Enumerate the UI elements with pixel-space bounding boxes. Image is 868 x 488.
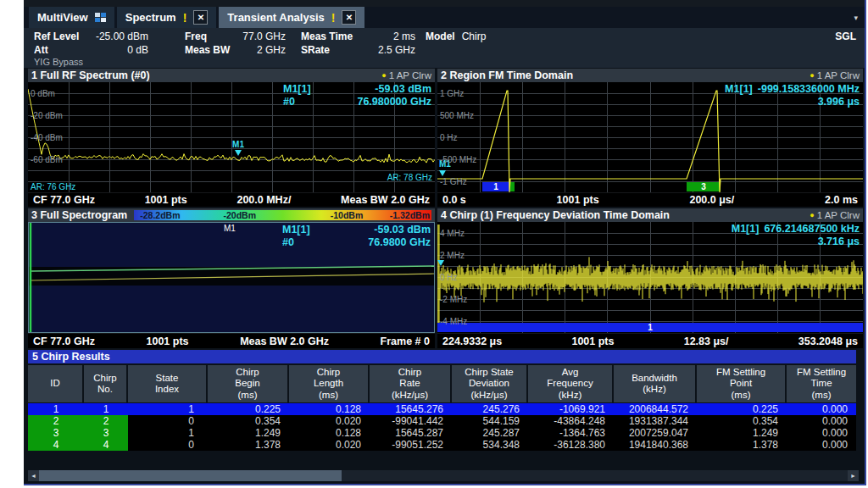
y-axis-label: 0 Hz (440, 133, 458, 142)
table-row[interactable]: 1110.2250.12815645.276245.276-1069.92120… (28, 403, 856, 415)
y-axis-label: -20 dBm (31, 111, 63, 120)
cell: 1 (28, 403, 84, 415)
panel-full-spectrogram[interactable]: 3 Full Spectrogram -28.2dBm-20dBm-10dBm-… (28, 208, 435, 348)
cell: 3 (84, 427, 128, 439)
footer-item: 0.0 s (442, 194, 466, 206)
marker-value: 76.980000 GHz (327, 96, 431, 108)
grid-square (95, 18, 100, 22)
att-label: Att (34, 44, 48, 56)
results-table-header: IDChirpNo.StateIndexChirpBegin(ms)ChirpL… (28, 365, 856, 402)
cell: 1.249 (208, 427, 289, 439)
column-header: StateIndex (128, 365, 206, 402)
horizontal-scrollbar[interactable]: ◄ ► (28, 470, 859, 481)
spectrogram-colorbar: -28.2dBm-20dBm-10dBm-1.32dBm (134, 210, 431, 220)
trace-badge: ● 1 AP Clrw (810, 210, 860, 220)
chirp-results-panel: 5 Chirp Results IDChirpNo.StateIndexChir… (28, 350, 856, 451)
svg-text:M1: M1 (232, 140, 244, 149)
y-axis-label: 500 MHz (440, 111, 474, 120)
colorbar-label: -28.2dBm (140, 210, 180, 220)
multiview-grid-icon (95, 13, 106, 22)
channel-tab-bar: MultiViewSpectrum!✕Transient Analysis!✕▾ (24, 7, 865, 28)
model-value: Chirp (462, 30, 487, 42)
panel-chirp-frequency-deviation[interactable]: 4 Chirp (1) Frequency Deviation Time Dom… (437, 208, 863, 348)
panel1-title: 1 Full RF Spectrum (#0) (31, 69, 150, 81)
footer-item: 1001 pts (571, 336, 614, 347)
table-row[interactable]: 3311.2490.12815645.287245.287-1364.76320… (28, 427, 856, 439)
tab-spectrum[interactable]: Spectrum!✕ (117, 7, 217, 28)
marker-readout-row: M1[1]-59.03 dBm (282, 224, 431, 236)
yig-bypass-label: YIG Bypass (24, 57, 865, 68)
column-header: AvgFrequency(kHz) (528, 365, 612, 402)
marker-readout: M1[1]-999.158336000 MHz3.996 μs (725, 83, 860, 108)
close-icon[interactable]: ✕ (342, 10, 356, 25)
warning-icon: ! (183, 11, 187, 25)
fm-time-domain-graph[interactable]: 13M11 GHz500 MHz0 Hz-500 MHz-1 GHzM1[1]-… (437, 82, 863, 192)
marker-readout-row: M1[1]-999.158336000 MHz (725, 83, 860, 96)
spectrogram-graph[interactable]: M1M1[1]-59.03 dBm#076.9800 GHz (28, 222, 435, 333)
marker-readout-row: #076.980000 GHz (283, 96, 431, 108)
cell: 544.159 (452, 415, 528, 427)
footer-item: Meas BW 2.0 GHz (341, 194, 430, 206)
footer-item: 1001 pts (147, 336, 189, 347)
frequency-deviation-graph[interactable]: 14 MHz2 MHz0 Hz-2 MHz-4 MHzM1[1]676.2146… (437, 222, 863, 333)
scroll-right-arrow-icon[interactable]: ► (848, 470, 859, 481)
tab-multiview[interactable]: MultiView (29, 7, 114, 28)
cell: 0.354 (697, 415, 787, 427)
cell: 0.225 (697, 403, 787, 415)
table-row[interactable]: 4401.3780.020-99051.252534.348-36128.380… (28, 439, 856, 451)
cell: 0.020 (289, 439, 370, 451)
tab-transient-analysis[interactable]: Transient Analysis!✕ (219, 7, 364, 28)
panel4-footer: 224.9332 μs1001 pts12.83 μs/353.2048 μs (437, 333, 863, 348)
marker-value: 76.9800 GHz (326, 236, 431, 249)
analysis-region-left-label: AR: 76 GHz (31, 182, 75, 191)
column-header: FM SettlingPoint(ms) (697, 365, 785, 402)
tab-dropdown-icon[interactable]: ▾ (854, 14, 858, 22)
page: MultiViewSpectrum!✕Transient Analysis!✕▾… (0, 0, 868, 488)
marker-readout-row: M1[1]676.214687500 kHz (732, 223, 860, 236)
marker-value: 676.214687500 kHz (764, 223, 860, 236)
tab-label: Spectrum (125, 11, 176, 24)
cell: 15645.276 (370, 403, 452, 415)
y-axis-label: -4 MHz (440, 317, 467, 326)
trace-badge: ● 1 AP Clrw (381, 70, 431, 80)
cell: 0.020 (289, 415, 370, 427)
settings-row-1: Ref Level-25.00 dBmFreq77.0 GHzMeas Time… (24, 30, 865, 43)
panel-region-fm-time-domain[interactable]: 2 Region FM Time Domain ● 1 AP Clrw 13M1… (437, 69, 863, 207)
meas-time-label: Meas Time (301, 30, 353, 42)
footer-item: 1001 pts (557, 194, 599, 206)
y-axis-label: -500 MHz (440, 155, 476, 164)
att-value: 0 dB (48, 44, 148, 56)
table-row[interactable]: 2200.3540.020-99041.442544.159-43864.248… (28, 415, 856, 427)
cell: -1069.921 (528, 403, 614, 415)
colorbar-label: -1.32dBm (390, 210, 430, 220)
panel3-title: 3 Full Spectrogram (31, 209, 127, 221)
cell: 15645.287 (370, 427, 452, 439)
cell: 1.378 (697, 439, 787, 451)
column-header: ChirpNo. (84, 365, 126, 402)
settings-row-2: Att0 dBMeas BW2 GHzSRate2.5 GHz (24, 43, 865, 57)
cell: -1364.763 (528, 427, 614, 439)
y-axis-label: 0 dBm (31, 89, 55, 98)
meas-bw-label: Meas BW (185, 44, 230, 56)
marker-value: 3.716 μs (818, 236, 860, 248)
cell: -99041.442 (370, 415, 452, 427)
scroll-left-arrow-icon[interactable]: ◄ (28, 470, 39, 481)
y-axis-label: 2 MHz (440, 251, 465, 260)
footer-item: 2.0 ms (825, 194, 858, 206)
marker-readout-row: 3.996 μs (725, 96, 860, 108)
close-icon[interactable]: ✕ (193, 10, 208, 25)
marker-readout: M1[1]-59.03 dBm#076.980000 GHz (283, 83, 431, 108)
trace-dot-icon: ● (810, 71, 814, 80)
column-header: ID (28, 365, 82, 402)
setting-freq: Freq77.0 GHz (185, 30, 286, 42)
cell: 2 (84, 415, 128, 427)
cell: 245.276 (452, 403, 528, 415)
panel2-title: 2 Region FM Time Domain (441, 69, 573, 81)
column-header: FM SettlingTime(ms) (787, 365, 856, 402)
scrollbar-thumb[interactable] (39, 470, 342, 481)
panel-full-rf-spectrum[interactable]: 1 Full RF Spectrum (#0) ● 1 AP Clrw M10 … (28, 69, 435, 207)
marker-readout: M1[1]676.214687500 kHz3.716 μs (732, 223, 860, 248)
spectrum-graph[interactable]: M10 dBm-20 dBm-40 dBm-60 dBmM1[1]-59.03 … (28, 82, 435, 192)
chirp-results-title: 5 Chirp Results (28, 350, 856, 363)
panel2-footer: 0.0 s1001 pts200.0 μs/2.0 ms (437, 192, 863, 207)
